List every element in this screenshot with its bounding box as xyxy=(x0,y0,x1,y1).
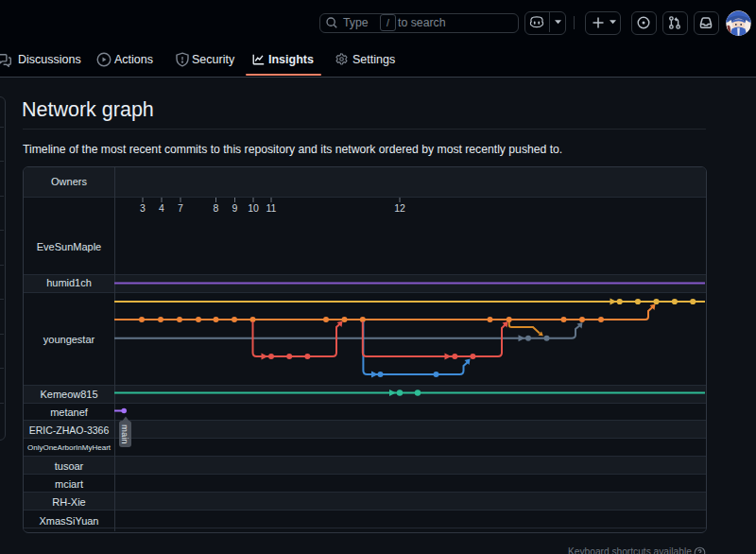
svg-text:7: 7 xyxy=(178,202,183,214)
svg-text:10: 10 xyxy=(248,202,259,214)
svg-text:11: 11 xyxy=(266,202,277,214)
svg-text:3: 3 xyxy=(140,202,146,214)
svg-text:9: 9 xyxy=(232,202,238,214)
svg-text:8: 8 xyxy=(214,202,219,214)
svg-text:12: 12 xyxy=(394,202,405,214)
svg-text:4: 4 xyxy=(159,202,164,214)
